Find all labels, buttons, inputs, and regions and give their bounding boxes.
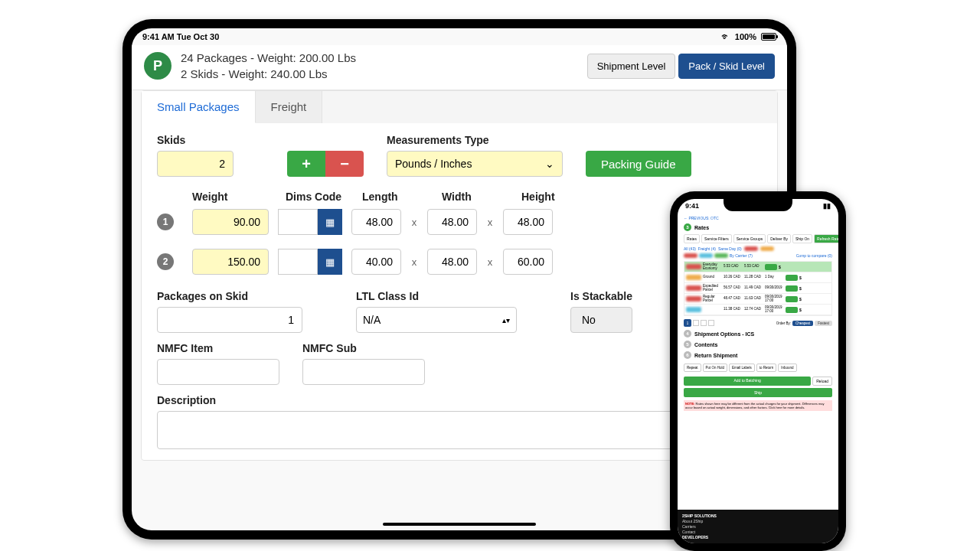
skid-badge-1: 1: [157, 214, 174, 230]
refresh-rates-button[interactable]: Refresh Rates: [814, 234, 838, 243]
skids-remove-button[interactable]: −: [325, 151, 364, 177]
footer-link-carriers[interactable]: Carriers: [682, 524, 834, 529]
select-rate-button[interactable]: [765, 264, 777, 270]
action-buttons-row: Repeat Put On Hold Email Labels to Retur…: [684, 364, 832, 372]
subtab-ship-on[interactable]: Ship On: [792, 234, 812, 243]
sort-cheapest[interactable]: Cheapest: [792, 321, 813, 326]
app-header: P 24 Packages - Weight: 200.00 Lbs 2 Ski…: [132, 45, 787, 90]
rates-step-header[interactable]: 3 Rates: [684, 223, 832, 231]
summary-packages-line: 24 Packages - Weight: 200.00 Lbs: [181, 50, 356, 66]
ltl-class-field: LTL Class Id N/A ▴▾: [356, 290, 517, 333]
rates-disclaimer: NOTE: Rates shown here may be different …: [684, 400, 832, 411]
page-3[interactable]: [701, 320, 707, 326]
ipad-status-right: ᯤ 100%: [721, 31, 776, 42]
multiply-icon: x: [486, 217, 494, 228]
shipment-level-button[interactable]: Shipment Level: [587, 54, 676, 79]
subtab-service-filters[interactable]: Service Filters: [701, 234, 732, 243]
email-labels-button[interactable]: Email Labels: [729, 364, 755, 372]
sort-fastest[interactable]: Fastest: [815, 321, 832, 326]
reload-button[interactable]: Reload: [812, 377, 832, 386]
packing-guide-button[interactable]: Packing Guide: [586, 151, 691, 177]
filter-sameday[interactable]: Same Day (0): [718, 246, 742, 251]
by-carrier-link[interactable]: By Carrier (7): [730, 253, 753, 258]
skid-1-width-input[interactable]: [427, 209, 477, 235]
skid-1-weight-input[interactable]: [192, 209, 269, 235]
ipad-status-bar: 9:41 AM Tue Oct 30 ᯤ 100%: [132, 28, 787, 45]
packages-on-skid-field: Packages on Skid: [157, 290, 302, 333]
measurements-select[interactable]: Pounds / Inches ⌄: [387, 151, 563, 177]
select-rate-button[interactable]: [786, 275, 798, 281]
add-to-batching-button[interactable]: Add to Batching: [684, 377, 811, 386]
skid-1-height-input[interactable]: [503, 209, 553, 235]
rate-row[interactable]: Regular Parcel 48.47 CAD 11.63 CAD 09/30…: [684, 294, 831, 305]
page-1[interactable]: 1: [684, 319, 691, 327]
skid-2-dims-lookup-button[interactable]: ▦: [318, 249, 342, 275]
page-2[interactable]: [693, 320, 699, 326]
stackable-toggle[interactable]: No: [570, 307, 632, 333]
carrier-logo-blurred: [686, 264, 701, 269]
packages-on-skid-input[interactable]: [157, 307, 302, 333]
select-rate-button[interactable]: [786, 307, 798, 313]
ship-button[interactable]: Ship: [684, 388, 832, 397]
nmfc-sub-label: NMFC Sub: [302, 342, 425, 354]
skids-input[interactable]: [157, 151, 234, 177]
rate-price-1: 5.53 CAD: [724, 265, 743, 269]
iphone-time: 9:41: [685, 202, 699, 210]
skids-field: Skids: [157, 134, 264, 177]
rate-row[interactable]: Ground 10.26 CAD 11.28 CAD 1 Day $: [684, 272, 831, 283]
carrier-logo-blurred: [686, 296, 701, 302]
multiply-icon: x: [486, 256, 494, 268]
summary-skids-line: 2 Skids - Weight: 240.00 Lbs: [181, 66, 356, 82]
filter-all[interactable]: All (43): [684, 246, 696, 251]
skid-2-dims-code-input[interactable]: [278, 249, 318, 275]
order-by-label: Order By:: [776, 321, 791, 325]
page-next[interactable]: [708, 320, 714, 326]
rate-row-selected[interactable]: Everyday Economy 5.53 CAD 5.53 CAD $: [684, 262, 831, 272]
repeat-button[interactable]: Repeat: [684, 364, 701, 372]
footer-heading: 2SHIP SOLUTIONS: [682, 514, 834, 518]
skid-1-dims-code-input[interactable]: [278, 209, 318, 235]
stackable-field: Is Stackable No: [570, 290, 632, 333]
footer-link-about[interactable]: About 2Ship: [682, 519, 834, 523]
skid-2-weight-input[interactable]: [192, 249, 269, 275]
filter-freight[interactable]: Freight (4): [698, 246, 716, 251]
rate-row[interactable]: Expedited Parcel 56.57 CAD 11.49 CAD 09/…: [684, 283, 831, 294]
footer-link-contact[interactable]: Contact: [682, 530, 834, 534]
nmfc-item-input[interactable]: [157, 359, 279, 385]
to-return-button[interactable]: to Return: [756, 364, 777, 372]
select-rate-button[interactable]: [786, 296, 798, 302]
ltl-class-select[interactable]: N/A ▴▾: [356, 307, 517, 333]
skid-1-dims-code: ▦: [278, 209, 342, 235]
skid-2-height-input[interactable]: [503, 249, 553, 275]
subtab-rates[interactable]: Rates: [684, 234, 700, 243]
skids-add-button[interactable]: +: [287, 151, 325, 177]
footer-dev-heading: DEVELOPERS: [682, 535, 834, 540]
put-on-hold-button[interactable]: Put On Hold: [703, 364, 728, 372]
iphone-device-frame: 9:41 ▮▮ ← PREVIOUS: OTC 3 Rates Rates Se…: [670, 191, 846, 551]
carrier-logo-blurred: [686, 307, 701, 312]
compare-link[interactable]: Comp to compare (0): [796, 253, 832, 258]
step-contents[interactable]: 5Contents: [684, 341, 832, 348]
tab-small-packages[interactable]: Small Packages: [142, 91, 256, 123]
skid-1-dims-lookup-button[interactable]: ▦: [318, 209, 342, 235]
skid-1-length-input[interactable]: [351, 209, 401, 235]
skids-label: Skids: [157, 134, 264, 146]
rate-row[interactable]: 11.38 CAD 12.74 CAD 09/30/2019 17:00 $: [684, 305, 831, 315]
col-weight: Weight: [192, 191, 276, 203]
subtab-service-groups[interactable]: Service Groups: [733, 234, 766, 243]
carrier-logo-blurred: [686, 275, 701, 280]
skid-2-width-input[interactable]: [427, 249, 477, 275]
nmfc-sub-input[interactable]: [302, 359, 425, 385]
col-dims: Dims Code: [286, 191, 353, 203]
pack-skid-level-button[interactable]: Pack / Skid Level: [678, 54, 775, 79]
price-icon: $: [779, 265, 781, 269]
subtab-deliver-by[interactable]: Deliver By: [767, 234, 791, 243]
step-shipment-options[interactable]: 4Shipment Options - ICS: [684, 330, 832, 337]
step-return-shipment[interactable]: 6Return Shipment: [684, 351, 832, 359]
multiply-icon: x: [410, 256, 418, 268]
inbound-button[interactable]: Inbound: [778, 364, 796, 372]
skid-2-length-input[interactable]: [351, 249, 401, 275]
prev-step-link[interactable]: ← PREVIOUS: OTC: [684, 216, 832, 220]
tab-freight[interactable]: Freight: [256, 91, 323, 123]
select-rate-button[interactable]: [786, 285, 798, 292]
